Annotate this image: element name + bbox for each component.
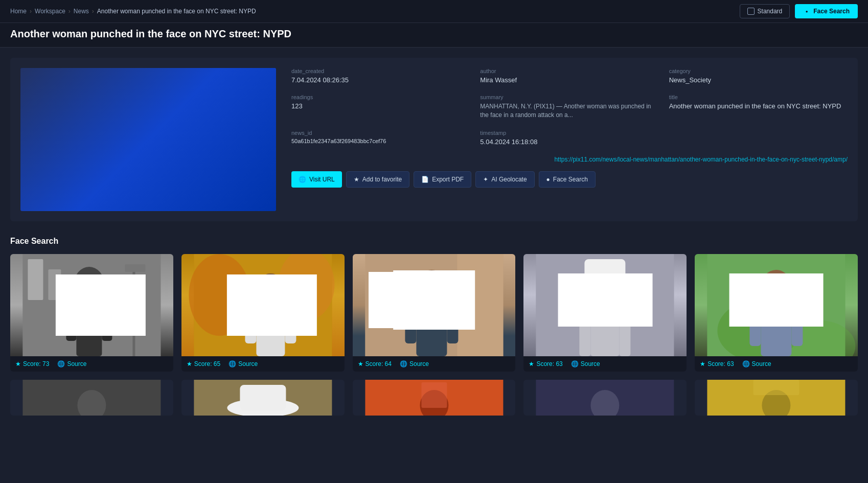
readings-value: 123 — [291, 102, 470, 110]
breadcrumb-news[interactable]: News — [74, 8, 89, 15]
svg-rect-23 — [28, 259, 43, 300]
svg-rect-52 — [580, 325, 591, 356]
face-image-5 — [695, 254, 858, 356]
face-redact-1 — [56, 274, 145, 336]
standard-button[interactable]: Standard — [740, 4, 790, 18]
export-icon: 📄 — [421, 176, 429, 183]
svg-rect-78 — [753, 380, 800, 395]
source-badge-3[interactable]: 🌐 Source — [400, 360, 429, 367]
score-value-4: Score: 63 — [536, 360, 562, 367]
face-card-5[interactable]: Score: 63 🌐 Source — [695, 254, 858, 372]
ai-geolocate-button[interactable]: ✦ AI Geolocate — [475, 171, 534, 188]
timestamp-value: 5.04.2024 16:18:08 — [480, 138, 658, 146]
face-card-9[interactable] — [523, 380, 687, 416]
source-label-2: Source — [238, 360, 258, 367]
face-image-1 — [10, 254, 173, 356]
source-badge-5[interactable]: 🌐 Source — [742, 360, 771, 367]
svg-rect-17 — [179, 188, 190, 211]
face-card-footer-1: Score: 73 🌐 Source — [10, 356, 173, 372]
meta-empty — [669, 130, 848, 146]
globe-icon-1: 🌐 — [57, 360, 65, 367]
score-value-5: Score: 63 — [707, 360, 734, 367]
breadcrumb-current: Another woman punched in the face on NYC… — [97, 8, 256, 15]
face-card-7[interactable] — [181, 380, 345, 416]
meta-summary: summary MANHATTAN, N.Y. (PIX11) — Anothe… — [480, 94, 658, 120]
meta-date-created: date_created 7.04.2024 08:26:35 — [291, 68, 470, 84]
breadcrumb-sep-3: › — [92, 8, 94, 15]
face-image-3 — [353, 254, 516, 356]
source-badge-2[interactable]: 🌐 Source — [229, 360, 258, 367]
meta-timestamp: timestamp 5.04.2024 16:18:08 — [480, 130, 658, 146]
face-search-action-button[interactable]: ● Face Search — [539, 171, 596, 188]
visit-url-icon: 🌐 — [299, 176, 306, 183]
breadcrumb-workspace[interactable]: Workspace — [35, 8, 65, 15]
action-buttons: 🌐 Visit URL ★ Add to favorite 📄 Export P… — [291, 171, 848, 188]
svg-rect-0 — [20, 68, 276, 211]
meta-category: category News_Society — [669, 68, 848, 84]
favorite-icon: ★ — [354, 176, 359, 183]
globe-icon-5: 🌐 — [742, 360, 750, 367]
source-label-4: Source — [581, 360, 600, 367]
face-card-2[interactable]: Score: 65 🌐 Source — [181, 254, 345, 372]
svg-rect-18 — [158, 109, 189, 165]
face-card-6[interactable] — [10, 380, 173, 416]
add-favorite-button[interactable]: ★ Add to favorite — [346, 171, 409, 188]
face-card-3[interactable]: Score: 64 🌐 Source — [353, 254, 516, 372]
geolocate-icon: ✦ — [483, 176, 488, 183]
svg-rect-15 — [189, 114, 199, 157]
standard-label: Standard — [758, 8, 783, 15]
face-redact-5 — [729, 273, 824, 327]
visit-url-button[interactable]: 🌐 Visit URL — [291, 171, 342, 188]
face-card-10[interactable] — [695, 380, 858, 416]
star-icon-3 — [358, 360, 363, 367]
svg-rect-14 — [147, 117, 158, 163]
visit-url-label: Visit URL — [309, 176, 335, 183]
face-search-action-label: Face Search — [553, 176, 588, 183]
breadcrumb: Home › Workspace › News › Another woman … — [10, 8, 256, 15]
article-meta: date_created 7.04.2024 08:26:35 author M… — [291, 68, 848, 211]
article-image-container — [20, 68, 276, 211]
face-search-header-icon: ● — [803, 8, 810, 15]
breadcrumb-sep-2: › — [68, 8, 71, 15]
face-card-footer-5: Score: 63 🌐 Source — [695, 356, 858, 372]
face-card-8[interactable] — [353, 380, 516, 416]
face-card-4[interactable]: Score: 63 🌐 Source — [523, 254, 687, 372]
header-bar: Home › Workspace › News › Another woman … — [0, 0, 868, 23]
svg-marker-4 — [199, 68, 276, 99]
date-created-value: 7.04.2024 08:26:35 — [291, 76, 470, 84]
svg-rect-12 — [158, 96, 189, 191]
svg-rect-53 — [620, 325, 631, 356]
svg-point-6 — [79, 82, 102, 107]
meta-author: author Mira Wassef — [480, 68, 658, 84]
face-redact-2 — [227, 274, 316, 336]
svg-rect-29 — [125, 264, 145, 272]
source-label-5: Source — [752, 360, 771, 367]
export-pdf-button[interactable]: 📄 Export PDF — [414, 171, 471, 188]
svg-rect-73 — [421, 382, 447, 408]
favorite-label: Add to favorite — [362, 176, 402, 183]
header-actions: Standard ● Face Search — [740, 4, 858, 18]
source-badge-1[interactable]: 🌐 Source — [57, 360, 86, 367]
source-badge-4[interactable]: 🌐 Source — [571, 360, 600, 367]
readings-label: readings — [291, 94, 470, 100]
score-badge-1: Score: 73 — [15, 360, 49, 367]
face-card-1[interactable]: Score: 73 🌐 Source — [10, 254, 173, 372]
main-content: date_created 7.04.2024 08:26:35 author M… — [0, 48, 868, 436]
author-label: author — [480, 68, 658, 74]
svg-rect-10 — [96, 188, 106, 211]
timestamp-label: timestamp — [480, 130, 658, 136]
globe-icon-4: 🌐 — [571, 360, 579, 367]
breadcrumb-home[interactable]: Home — [10, 8, 27, 15]
meta-title: title Another woman punched in the face … — [669, 94, 848, 120]
face-search-header-button[interactable]: ● Face Search — [795, 4, 858, 18]
svg-marker-2 — [20, 68, 123, 211]
svg-rect-5 — [77, 99, 105, 191]
page-title: Another woman punched in the face on NYC… — [10, 28, 858, 40]
meta-news-id: news_id 50a61b1fe2347a63f269483bbc7cef76 — [291, 130, 470, 146]
author-value: Mira Wassef — [480, 76, 658, 84]
face-redact-4 — [558, 273, 652, 327]
article-url[interactable]: https://pix11.com/news/local-news/manhat… — [291, 156, 848, 163]
globe-icon-2: 🌐 — [229, 360, 236, 367]
meta-readings: readings 123 — [291, 94, 470, 120]
svg-rect-7 — [69, 119, 79, 160]
